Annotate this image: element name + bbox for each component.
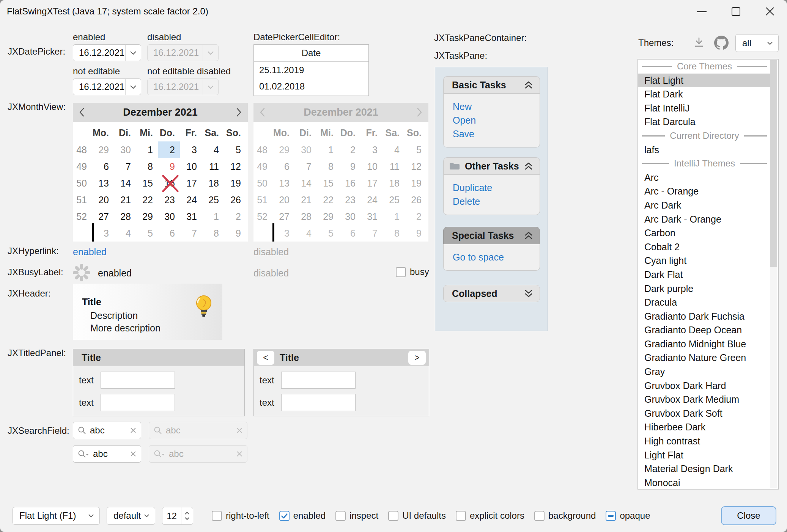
table-row[interactable]: 01.02.2018 bbox=[254, 78, 368, 94]
checkbox-box[interactable] bbox=[456, 511, 466, 521]
day-cell[interactable]: 9 bbox=[158, 158, 180, 175]
theme-list-item[interactable]: Monocai bbox=[638, 476, 771, 490]
collapse-icon[interactable] bbox=[524, 162, 534, 171]
searchfield-dropdown-enabled[interactable]: abc bbox=[73, 445, 141, 463]
lookandfeel-combobox[interactable]: Flat Light (F1) bbox=[13, 507, 100, 525]
theme-list-item[interactable]: Material Design Dark bbox=[638, 462, 771, 476]
day-cell[interactable]: 30 bbox=[114, 141, 136, 158]
day-cell[interactable]: 3 bbox=[92, 225, 114, 242]
day-cell[interactable]: 13 bbox=[92, 175, 114, 191]
theme-list-item[interactable]: Arc - Orange bbox=[638, 184, 771, 198]
day-cell[interactable]: 12 bbox=[224, 158, 246, 175]
day-cell[interactable]: 2 bbox=[224, 208, 246, 225]
maximize-button[interactable] bbox=[719, 0, 753, 23]
day-cell[interactable]: 25 bbox=[202, 191, 224, 208]
theme-list-item[interactable]: Gradianto Nature Green bbox=[638, 351, 771, 365]
day-cell[interactable]: 3 bbox=[180, 141, 202, 158]
day-cell[interactable]: 18 bbox=[202, 175, 224, 191]
theme-list-item[interactable]: High contrast bbox=[638, 434, 771, 448]
text-input[interactable] bbox=[281, 394, 356, 411]
day-cell[interactable]: 29 bbox=[136, 208, 158, 225]
theme-list-item[interactable]: Flat Darcula bbox=[638, 115, 771, 129]
day-cell[interactable]: 31 bbox=[180, 208, 202, 225]
checkbox-box[interactable] bbox=[279, 511, 290, 521]
checkbox-inspect[interactable]: inspect bbox=[335, 510, 378, 521]
theme-list-item[interactable]: Dark Flat bbox=[638, 268, 771, 282]
theme-list-item[interactable]: Dracula bbox=[638, 295, 771, 309]
download-themes-button[interactable] bbox=[692, 36, 706, 50]
day-cell[interactable]: 23 bbox=[158, 191, 180, 208]
day-cell[interactable]: 20 bbox=[92, 191, 114, 208]
spinner-value[interactable]: 12 bbox=[162, 507, 181, 524]
checkbox-right-to-left[interactable]: right-to-left bbox=[212, 510, 269, 521]
close-button[interactable]: Close bbox=[721, 506, 776, 525]
day-cell[interactable]: 4 bbox=[202, 141, 224, 158]
theme-list-item[interactable]: Gruvbox Dark Medium bbox=[638, 392, 771, 406]
taskpane-link-delete[interactable]: Delete bbox=[453, 196, 540, 210]
taskpane-link-open[interactable]: Open bbox=[453, 115, 540, 129]
search-input[interactable]: abc bbox=[93, 449, 127, 459]
theme-list-item[interactable]: Flat Dark bbox=[638, 87, 771, 101]
day-cell[interactable]: 6 bbox=[158, 225, 180, 242]
expand-icon[interactable] bbox=[524, 289, 534, 298]
day-cell[interactable]: 16 bbox=[158, 175, 180, 191]
hyperlink-enabled[interactable]: enabled bbox=[73, 246, 107, 257]
theme-list-item[interactable]: Carbon bbox=[638, 226, 771, 240]
datepicker-not-editable[interactable]: 16.12.2021 bbox=[73, 78, 141, 95]
busy-checkbox[interactable]: busy bbox=[396, 267, 429, 277]
clear-icon[interactable] bbox=[130, 427, 136, 433]
theme-list-item[interactable]: Hiberbee Dark bbox=[638, 420, 771, 434]
checkbox-enabled[interactable]: enabled bbox=[279, 510, 326, 521]
close-window-button[interactable] bbox=[753, 0, 787, 23]
github-button[interactable] bbox=[713, 35, 729, 51]
day-cell[interactable]: 5 bbox=[136, 225, 158, 242]
taskpane-header[interactable]: Collapsed bbox=[443, 285, 540, 302]
theme-list-item[interactable]: Arc Dark bbox=[638, 198, 771, 212]
titledpanel-next-button[interactable]: > bbox=[408, 351, 426, 365]
checkbox-opaque[interactable]: opaque bbox=[606, 510, 650, 521]
theme-list-item[interactable]: Cyan light bbox=[638, 254, 771, 268]
searchfield-enabled[interactable]: abc bbox=[73, 422, 141, 439]
day-cell[interactable]: 27 bbox=[92, 208, 114, 225]
font-combobox[interactable]: default bbox=[107, 507, 155, 525]
taskpane-link-save[interactable]: Save bbox=[453, 129, 540, 142]
theme-list-item[interactable]: Arc Dark - Orange bbox=[638, 212, 771, 226]
datepicker-enabled[interactable]: 16.12.2021 bbox=[73, 44, 141, 61]
day-cell[interactable]: 11 bbox=[202, 158, 224, 175]
clear-icon[interactable] bbox=[130, 451, 136, 457]
checkbox-box[interactable] bbox=[212, 511, 222, 521]
day-cell[interactable]: 14 bbox=[114, 175, 136, 191]
checkbox-box[interactable] bbox=[388, 511, 398, 521]
day-cell[interactable]: 7 bbox=[114, 158, 136, 175]
theme-list-item[interactable]: Dark purple bbox=[638, 282, 771, 296]
day-cell[interactable]: 19 bbox=[224, 175, 246, 191]
day-cell[interactable]: 1 bbox=[136, 141, 158, 158]
theme-list-item[interactable]: Gradianto Deep Ocean bbox=[638, 323, 771, 337]
day-cell[interactable]: 8 bbox=[136, 158, 158, 175]
theme-list-item[interactable]: Gradianto Dark Fuchsia bbox=[638, 309, 771, 323]
theme-list-item[interactable]: Flat IntelliJ bbox=[638, 101, 771, 115]
checkbox-ui-defaults[interactable]: UI defaults bbox=[388, 510, 446, 521]
font-size-spinner[interactable]: 12 bbox=[162, 507, 193, 525]
scrollbar-track[interactable] bbox=[770, 60, 777, 488]
scrollbar-thumb[interactable] bbox=[770, 60, 777, 267]
collapse-icon[interactable] bbox=[524, 80, 534, 89]
datepicker-dropdown-button[interactable] bbox=[125, 45, 141, 61]
day-cell[interactable]: 10 bbox=[180, 158, 202, 175]
theme-list-item[interactable]: Cobalt 2 bbox=[638, 240, 771, 254]
theme-list-item[interactable]: Gray bbox=[638, 365, 771, 379]
day-cell[interactable]: 29 bbox=[92, 141, 114, 158]
spinner-buttons[interactable] bbox=[181, 507, 193, 524]
checkbox-box[interactable] bbox=[396, 267, 406, 277]
theme-list-item[interactable]: lafs bbox=[638, 143, 771, 157]
theme-list-item[interactable]: Arc bbox=[638, 171, 771, 185]
theme-list-item[interactable]: Gradianto Midnight Blue bbox=[638, 337, 771, 351]
minimize-button[interactable] bbox=[685, 0, 719, 23]
day-cell[interactable]: 15 bbox=[136, 175, 158, 191]
previous-month-icon[interactable] bbox=[79, 107, 85, 117]
day-cell[interactable]: 26 bbox=[224, 191, 246, 208]
table-column-header[interactable]: Date bbox=[254, 45, 368, 62]
taskpane-header[interactable]: Other Tasks bbox=[443, 157, 540, 175]
text-input[interactable] bbox=[281, 372, 356, 389]
text-input[interactable] bbox=[101, 372, 175, 389]
